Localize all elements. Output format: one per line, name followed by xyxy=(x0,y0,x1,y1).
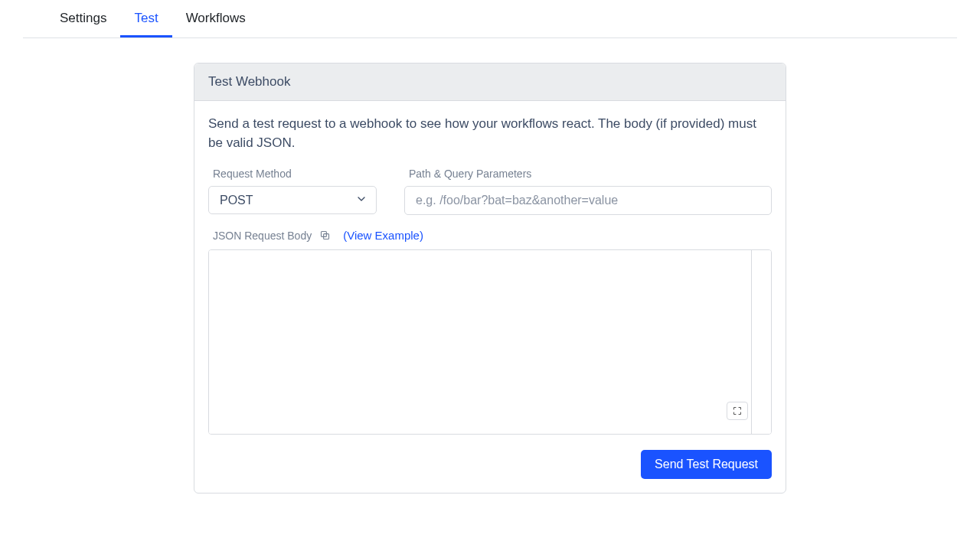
tabs: Settings Test Workflows xyxy=(23,0,957,38)
tab-test[interactable]: Test xyxy=(120,0,172,37)
editor-scrollbar-strip xyxy=(751,250,771,434)
method-label: Request Method xyxy=(213,168,377,180)
path-label: Path & Query Parameters xyxy=(409,168,772,180)
json-body-container xyxy=(208,249,772,435)
view-example-link[interactable]: (View Example) xyxy=(343,229,423,242)
card-title: Test Webhook xyxy=(194,64,786,101)
path-query-input[interactable] xyxy=(404,186,772,215)
copy-icon[interactable] xyxy=(319,230,331,241)
expand-icon[interactable] xyxy=(727,402,748,420)
tab-settings[interactable]: Settings xyxy=(46,0,120,37)
tab-workflows[interactable]: Workflows xyxy=(172,0,260,37)
test-webhook-card: Test Webhook Send a test request to a we… xyxy=(194,63,786,494)
json-body-editor[interactable] xyxy=(209,250,751,434)
request-method-select[interactable]: POST xyxy=(208,186,377,214)
json-body-label: JSON Request Body xyxy=(213,230,312,242)
send-test-request-button[interactable]: Send Test Request xyxy=(641,450,772,479)
card-description: Send a test request to a webhook to see … xyxy=(208,115,772,152)
